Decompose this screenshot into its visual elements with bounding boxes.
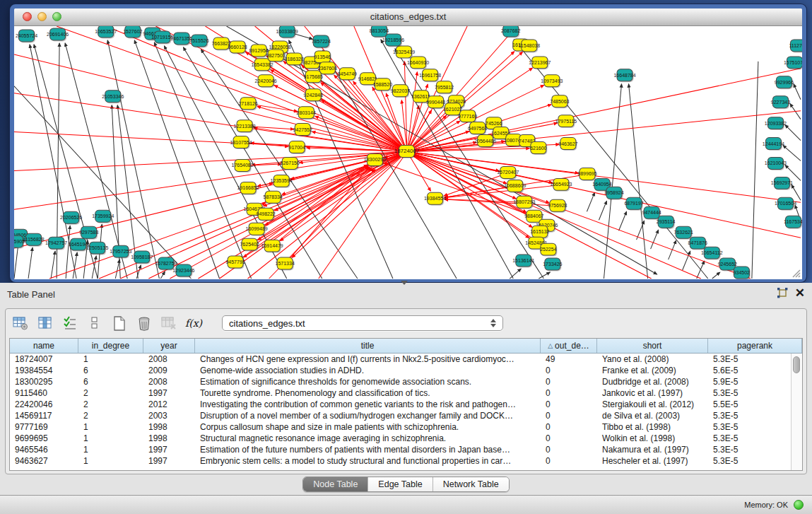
table-selector-dropdown[interactable]: citations_edges.txt [222,315,503,331]
graph-node-label: 19218596 [382,37,404,42]
graph-node-label: 9822037 [391,88,410,93]
table-cell: 2012 [143,399,195,409]
graph-node-label: 9498222 [257,211,276,216]
graph-node-label: 9827503 [266,53,286,58]
table-row[interactable]: 969969511998Structural magnetic resonanc… [10,433,791,444]
new-table-icon[interactable] [110,315,129,332]
graph-node-label: 19384554 [424,196,446,201]
graph-node-label: 9884067 [524,214,543,218]
resize-grip[interactable] [793,270,800,277]
table-row[interactable]: 946362711997Embryonic stem cells: a mode… [10,455,791,467]
graph-node-label: 1167534 [784,219,802,224]
close-panel-icon[interactable]: ✕ [795,288,805,298]
float-window-icon[interactable] [777,288,788,298]
table-cell: 18724007 [10,354,78,364]
table-row[interactable]: 977716911998Corpus callosum shape and si… [10,421,791,433]
table-cell: 9463627 [10,456,78,466]
graph-edge [712,272,720,279]
table-row[interactable]: 1456911722003Disruption of a novel membe… [10,410,791,421]
column-select-icon[interactable] [36,315,54,332]
delete-table-icon[interactable] [160,315,178,332]
network-view-window[interactable]: citations_edges.txt 18724007183002957663… [10,4,806,282]
column-header-year[interactable]: year [143,339,195,353]
graph-node-label: 20691406 [47,32,69,37]
scrollbar-thumb[interactable] [793,356,800,373]
vertical-scrollbar[interactable] [791,354,802,470]
graph-node-label: 18300295 [364,157,386,162]
graph-node-label: 10973493 [541,78,563,83]
column-header-in_degree[interactable]: in_degree [78,339,143,353]
graph-node-label: 7632621 [674,230,693,235]
graph-node-label: 16914479 [261,243,283,248]
citation-network-graph[interactable]: 1872400718300295766382296601288912954165… [14,26,802,279]
table-cell: Corpus callosum shape and size in male p… [195,422,541,432]
table-cell: Dudbridge et al. (2008) [597,377,708,387]
table-cell: 0 [541,366,597,375]
graph-node-label: 1645194 [69,242,88,247]
graph-node-label: 19166852 [237,185,259,190]
tab-node-table[interactable]: Node Table [303,477,368,491]
table-cell: Genome-wide association studies in ADHD. [195,366,541,375]
table-cell: Estimation of the future numbers of pati… [195,445,541,455]
table-cell: 2 [78,388,143,398]
graph-node-label: 9660128 [228,45,247,49]
graph-node-label: 10958187 [131,255,153,259]
table-row[interactable]: 1830029562008Estimation of significance … [10,376,791,387]
graph-node-label: 16033809 [276,29,298,34]
graph-node-label: 17975115 [555,119,577,124]
table-cell: 0 [541,388,597,398]
table-row[interactable]: 946554611997Estimation of the future num… [10,444,791,455]
graph-edge [587,192,594,211]
tab-network-table[interactable]: Network Table [433,477,509,491]
tab-edge-table[interactable]: Edge Table [368,477,433,491]
table-type-tabs: Node TableEdge TableNetwork Table [302,477,509,492]
trash-icon[interactable] [135,315,153,332]
table-cell: Franke et al. (2009) [597,366,708,375]
node-attribute-table: namein_degreeyeartitle△out_de…shortpager… [9,338,803,471]
graph-node-label: 18325419 [393,49,415,54]
column-header-title[interactable]: title [195,339,541,353]
table-cell: Changes of HCN gene expression and I(f) … [195,354,541,364]
table-cell: Structural magnetic resonance image aver… [195,433,541,443]
graph-edge [651,230,659,249]
graph-edge [14,152,407,249]
network-canvas[interactable]: 1872400718300295766382296601288912954165… [14,26,802,279]
graph-node-label: 8454749 [338,71,357,76]
column-header-out_de[interactable]: △out_de… [541,339,597,353]
graph-node-label: 10654112 [701,250,723,255]
table-row[interactable]: 1872400712008Changes of HCN gene express… [10,354,791,365]
table-row[interactable]: 2242004622012Investigating the contribut… [10,399,791,410]
graph-edge [792,185,801,200]
graph-node-label: 8267150 [281,160,300,165]
table-cell: Wolkin et al. (1998) [597,433,708,443]
column-header-short[interactable]: short [597,339,708,353]
table-cell: 0 [541,422,597,432]
split-rows-icon[interactable] [86,315,104,332]
table-row[interactable]: 1938455462009Genome-wide association stu… [10,365,791,376]
graph-node-label: 8912954 [249,48,268,53]
row-checklist-icon[interactable] [61,315,79,332]
graph-node-label: 7955812 [435,85,454,90]
table-cell: 5.5E-5 [708,399,791,409]
function-icon[interactable]: f(x) [184,315,203,332]
table-panel-header: Table Panel ✕ [0,283,812,307]
graph-edge [510,269,521,279]
graph-edge [619,211,627,230]
graph-node-label: 17654082 [232,163,254,168]
table-row[interactable]: 911546021997Tourette syndrome. Phenomeno… [10,387,791,399]
graph-node-label: 10688609 [504,183,526,188]
graph-node-label: 15692971 [771,180,793,185]
memory-ok-indicator[interactable] [794,500,804,510]
table-gear-icon[interactable] [11,315,30,332]
graph-node-label: 9990448 [426,100,445,105]
status-bar: Memory: OK [0,495,812,514]
graph-node-label: 16782759 [155,261,177,266]
column-header-name[interactable]: name [10,339,78,353]
graph-node-label: 16654923 [550,182,572,187]
table-panel-title: Table Panel [7,289,55,300]
column-header-pagerank[interactable]: pagerank [708,339,802,353]
window-titlebar[interactable]: citations_edges.txt [14,8,802,26]
graph-node-label: 1733426 [543,262,562,267]
graph-node-label: 9463627 [558,141,577,146]
graph-node-label: 16099489 [246,226,268,231]
